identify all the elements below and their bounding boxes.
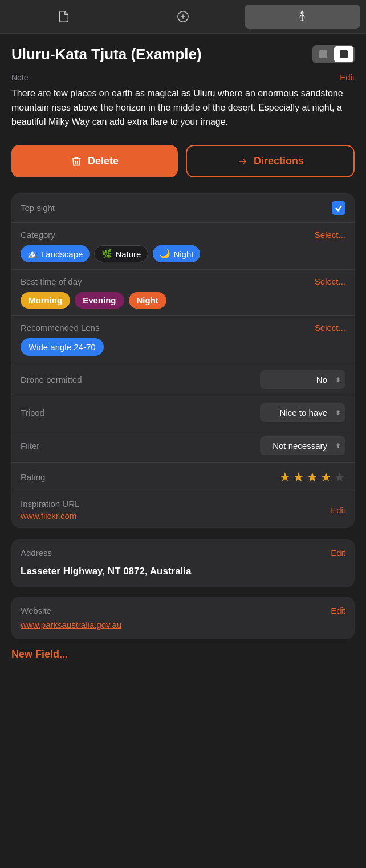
best-time-select[interactable]: Select... <box>315 277 345 286</box>
best-time-header: Best time of day Select... <box>21 277 345 286</box>
best-time-label: Best time of day <box>21 277 82 286</box>
inspiration-url-label: Inspiration URL <box>21 499 79 509</box>
properties-card: Top sight Category Select... 🏔️ Landscap… <box>11 193 355 528</box>
tab-list[interactable] <box>125 5 241 29</box>
lens-header: Recommended Lens Select... <box>21 323 345 332</box>
address-label: Address <box>21 548 52 558</box>
svg-point-3 <box>301 12 303 14</box>
action-buttons: Delete Directions <box>11 145 355 177</box>
category-header: Category Select... <box>21 230 345 240</box>
star-1[interactable]: ★ <box>279 470 291 485</box>
badge-night[interactable]: Night <box>129 292 166 309</box>
filter-dropdown-wrapper: Not necessary Essential Nice to have ⬍ <box>260 436 345 455</box>
note-header: Note Edit <box>11 72 355 82</box>
lens-tags: Wide angle 24-70 <box>21 338 345 356</box>
top-sight-checkbox[interactable] <box>332 201 345 215</box>
address-value: Lasseter Highway, NT 0872, Australia <box>21 565 345 578</box>
new-field-section: New Field... <box>0 648 366 672</box>
svg-rect-7 <box>340 50 348 58</box>
top-sight-row: Top sight <box>11 193 355 223</box>
filter-select[interactable]: Not necessary Essential Nice to have <box>260 436 345 455</box>
lens-label: Recommended Lens <box>21 323 99 332</box>
header-row: Uluru-Kata Tjuta (Example) <box>11 45 355 63</box>
inspiration-url-content: Inspiration URL www.flickr.com <box>21 499 79 521</box>
tripod-row: Tripod Nice to have Essential Not necess… <box>11 396 355 429</box>
address-section: Address Edit Lasseter Highway, NT 0872, … <box>0 539 366 587</box>
toggle-light-button[interactable] <box>334 46 353 62</box>
badge-morning[interactable]: Morning <box>21 292 70 309</box>
address-header: Address Edit <box>21 548 345 558</box>
nature-label: Nature <box>115 249 141 259</box>
filter-label: Filter <box>21 441 39 451</box>
inspiration-url-link[interactable]: www.flickr.com <box>21 511 79 521</box>
star-4[interactable]: ★ <box>320 470 332 485</box>
directions-icon <box>237 156 248 167</box>
tab-bar <box>0 0 366 34</box>
rating-label: Rating <box>21 472 45 482</box>
tab-document[interactable] <box>6 5 121 29</box>
badge-evening[interactable]: Evening <box>75 292 124 309</box>
delete-label: Delete <box>88 155 119 167</box>
time-badges: Morning Evening Night <box>21 292 345 309</box>
category-tags: 🏔️ Landscape 🌿 Nature 🌙 Night <box>21 245 345 262</box>
drone-select[interactable]: No Yes Unknown <box>260 370 345 389</box>
inspiration-url-edit[interactable]: Edit <box>331 505 345 515</box>
category-row: Category Select... 🏔️ Landscape 🌿 Nature… <box>11 223 355 270</box>
category-label: Category <box>21 230 55 240</box>
note-edit-button[interactable]: Edit <box>340 72 355 82</box>
star-5[interactable]: ★ <box>334 470 345 485</box>
tag-night[interactable]: 🌙 Night <box>153 245 200 262</box>
lens-row: Recommended Lens Select... Wide angle 24… <box>11 316 355 363</box>
tripod-select[interactable]: Nice to have Essential Not necessary <box>260 403 345 422</box>
note-text: There are few places on earth as magical… <box>11 87 355 129</box>
star-3[interactable]: ★ <box>307 470 318 485</box>
toggle-dark-button[interactable] <box>314 46 333 62</box>
website-edit[interactable]: Edit <box>331 606 345 615</box>
category-select[interactable]: Select... <box>315 230 345 240</box>
star-2[interactable]: ★ <box>293 470 304 485</box>
website-card: Website Edit www.parksaustralia.gov.au <box>11 597 355 639</box>
landscape-emoji: 🏔️ <box>27 249 38 259</box>
landscape-label: Landscape <box>41 249 83 259</box>
new-field-button[interactable]: New Field... <box>11 648 68 660</box>
drone-label: Drone permitted <box>21 375 82 384</box>
directions-label: Directions <box>254 155 304 167</box>
main-content: Uluru-Kata Tjuta (Example) Note Edit The… <box>0 34 366 177</box>
tab-pin[interactable] <box>245 5 360 29</box>
tripod-dropdown-wrapper: Nice to have Essential Not necessary ⬍ <box>260 403 345 422</box>
filter-row: Filter Not necessary Essential Nice to h… <box>11 429 355 463</box>
tripod-label: Tripod <box>21 408 44 417</box>
top-sight-label: Top sight <box>21 203 55 213</box>
tag-nature[interactable]: 🌿 Nature <box>94 245 148 262</box>
page-title: Uluru-Kata Tjuta (Example) <box>11 46 306 63</box>
night-emoji: 🌙 <box>160 249 170 259</box>
drone-row: Drone permitted No Yes Unknown ⬍ <box>11 363 355 396</box>
svg-rect-6 <box>319 50 327 58</box>
inspiration-url-row: Inspiration URL www.flickr.com Edit <box>11 492 355 528</box>
stars-container: ★ ★ ★ ★ ★ <box>279 470 345 485</box>
trash-icon <box>71 156 82 167</box>
directions-button[interactable]: Directions <box>186 145 355 177</box>
properties-section: Top sight Category Select... 🏔️ Landscap… <box>0 193 366 528</box>
lens-badge[interactable]: Wide angle 24-70 <box>21 338 104 356</box>
night-label: Night <box>173 249 193 259</box>
website-url[interactable]: www.parksaustralia.gov.au <box>21 620 121 630</box>
website-section: Website Edit www.parksaustralia.gov.au <box>0 597 366 639</box>
note-label: Note <box>11 73 29 82</box>
tag-landscape[interactable]: 🏔️ Landscape <box>21 245 90 262</box>
address-card: Address Edit Lasseter Highway, NT 0872, … <box>11 539 355 587</box>
delete-button[interactable]: Delete <box>11 145 178 177</box>
address-edit[interactable]: Edit <box>331 548 345 558</box>
website-label: Website <box>21 606 51 615</box>
lens-select[interactable]: Select... <box>315 323 345 332</box>
website-header: Website Edit <box>21 606 345 615</box>
best-time-row: Best time of day Select... Morning Eveni… <box>11 270 355 316</box>
drone-dropdown-wrapper: No Yes Unknown ⬍ <box>260 370 345 389</box>
view-toggle <box>312 45 355 63</box>
rating-row: Rating ★ ★ ★ ★ ★ <box>11 463 355 492</box>
nature-emoji: 🌿 <box>101 249 112 259</box>
